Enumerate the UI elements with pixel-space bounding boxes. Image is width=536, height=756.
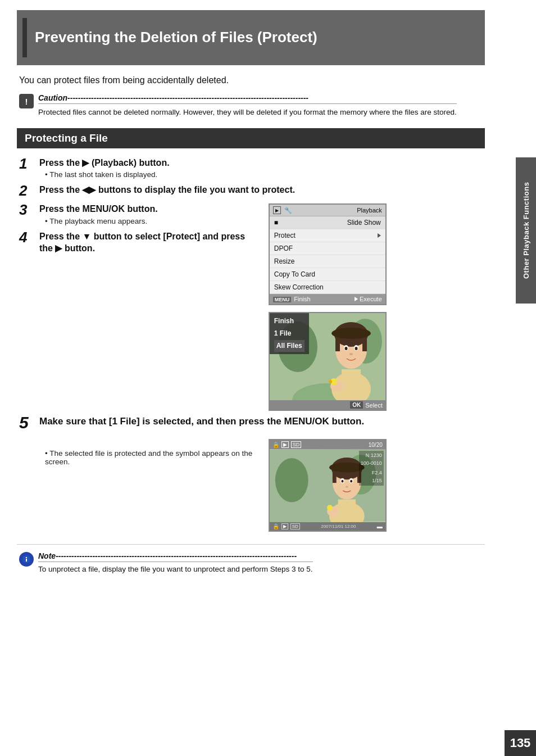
shutter: 1/15 [361,477,382,485]
menu-item-resize: Resize [270,255,385,268]
select-bottom-bar: OK Select [270,400,385,410]
side-tab: Other Playback Functions [516,157,536,304]
top-info: 10/20 [369,442,383,448]
page-title: Preventing the Deletion of Files (Protec… [35,29,317,46]
caution-icon: ! [19,94,34,108]
svg-rect-38 [26,559,27,562]
step-title-2: Press the ◀▶ buttons to display the file… [39,184,485,196]
protect-info-right: N 1230 100-0010 F2.4 1/15 [359,451,384,486]
note-title: Note------------------------------------… [38,551,313,562]
svg-point-29 [350,480,352,483]
caution-title: Caution---------------------------------… [38,93,457,104]
title-block: Preventing the Deletion of Files (Protec… [17,10,485,65]
steps-3-4-section: 3 Press the MENU/OK button. The playback… [19,203,485,411]
one-file-item: 1 File [274,328,305,340]
step-title-5: Make sure that [1 File] is selected, and… [39,415,485,428]
svg-point-18 [329,380,332,383]
main-content: Preventing the Deletion of Files (Protec… [0,0,516,585]
header-playback-label: Playback [357,207,382,214]
lock-icon: 🔒 [272,442,279,448]
svg-point-28 [341,480,343,483]
svg-point-35 [327,505,333,511]
svg-point-30 [346,486,348,488]
header-icons: ▶ 🔧 [273,206,292,214]
menu-item-dpof: DPOF [270,242,385,255]
after-step5-bullet: The selected file is protected and the s… [39,449,257,466]
svg-rect-15 [342,369,361,392]
note-svg-icon [22,555,31,564]
menu-item-skew: Skew Correction [270,281,385,294]
note-content: Note------------------------------------… [38,551,313,573]
col-left-after-step5: The selected file is protected and the s… [19,439,257,466]
select-screen: Finish 1 File All Files OK Select [269,312,387,411]
step-content-1: Press the ▶ (Playback) button. The last … [39,157,485,179]
play-icon-protect: ▶ [281,441,289,448]
menu-items: ■Slide Show Protect DPOF Resize [270,216,385,294]
title-accent [22,18,27,57]
menu-item-copytocard: Copy To Card [270,268,385,281]
svg-point-10 [344,347,347,350]
step-4: 4 Press the ▼ button to select [Protect]… [19,231,257,255]
col-right-screens: ▶ 🔧 Playback ■Slide Show Protect [269,203,485,411]
protect-screen: 🔒 ▶ SD 10/20 [269,439,387,532]
menu-screen: ▶ 🔧 Playback ■Slide Show Protect [269,203,387,305]
protect-sd-bottom: SD [290,523,300,529]
note-block: Note------------------------------------… [17,544,485,573]
footer-right: Execute [355,296,382,302]
file-number: 100-0010 [361,460,382,468]
aperture: F2.4 [361,469,382,477]
protect-portrait-area: N 1230 100-0010 F2.4 1/15 [270,449,385,522]
col-left-steps: 3 Press the MENU/OK button. The playback… [19,203,257,411]
ok-box: OK [350,401,363,409]
page-container: Other Playback Functions 135 Preventing … [0,0,536,756]
page-number: 135 [505,730,536,756]
footer-left: MENU Finish [273,296,311,302]
step-number-3: 3 [19,202,37,217]
protect-play-bottom: ▶ [281,523,288,529]
step-1: 1 Press the ▶ (Playback) button. The las… [19,157,485,179]
protect-right-icon: ▬ [377,523,383,529]
protect-bottom-bar: 🔒 ▶ SD 2007/11/01 12:00 ▬ [270,522,385,531]
caution-body: Protected files cannot be deleted normal… [38,107,457,118]
select-overlay: Finish 1 File All Files [270,313,309,354]
finish-item: Finish [274,315,305,328]
step-content-3: Press the MENU/OK button. The playback m… [39,203,257,225]
play-icon: ▶ [273,206,281,214]
step-title-1: Press the ▶ (Playback) button. [39,157,485,169]
n-label: N 1230 [361,452,382,460]
step-number-4: 4 [19,230,37,245]
note-icon [19,552,34,567]
svg-point-12 [349,353,353,355]
header-icon2: 🔧 [284,207,292,214]
step-title-4: Press the ▼ button to select [Protect] a… [39,231,257,255]
step-number-2: 2 [19,183,37,198]
caution-block: ! Caution-------------------------------… [17,93,485,118]
menu-item-slideshow: ■Slide Show [270,216,385,229]
caution-content: Caution---------------------------------… [38,93,457,118]
select-label: Select [365,402,383,409]
step-2: 2 Press the ◀▶ buttons to display the fi… [19,184,485,198]
steps-area: 1 Press the ▶ (Playback) button. The las… [17,157,485,532]
svg-point-11 [355,347,357,350]
protect-bottom-icons: 🔒 ▶ SD [272,523,300,529]
menu-screen-header: ▶ 🔧 Playback [270,205,385,216]
step-number-5: 5 [19,414,37,431]
step-title-3: Press the MENU/OK button. [39,203,257,215]
step-content-4: Press the ▼ button to select [Protect] a… [39,231,257,255]
col-right-protect-screen: 🔒 ▶ SD 10/20 [269,439,485,532]
protect-top-icons: 🔒 ▶ SD [272,441,302,448]
menu-item-protect: Protect [270,229,385,242]
note-body: To unprotect a file, display the file yo… [38,565,313,573]
step-content-2: Press the ◀▶ buttons to display the file… [39,184,485,196]
section-heading: Protecting a File [17,128,485,148]
intro-text: You can protect files from being acciden… [17,75,485,85]
protect-timestamp: 2007/11/01 12:00 [321,524,356,529]
step-3: 3 Press the MENU/OK button. The playback… [19,203,257,225]
step-bullet-3: The playback menu appears. [45,217,257,225]
svg-point-20 [275,458,308,502]
protect-top-bar: 🔒 ▶ SD 10/20 [270,440,385,449]
step-5: 5 Make sure that [1 File] is selected, a… [19,415,485,431]
svg-rect-37 [26,557,27,558]
step-number-1: 1 [19,156,37,171]
svg-rect-33 [338,500,355,519]
